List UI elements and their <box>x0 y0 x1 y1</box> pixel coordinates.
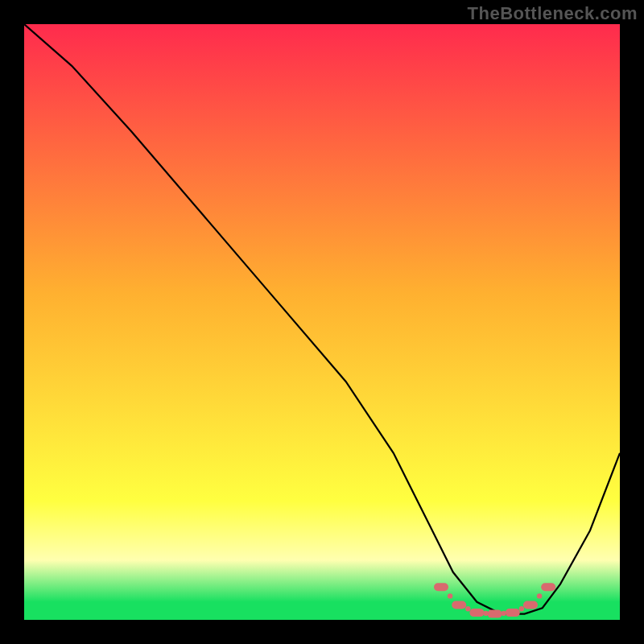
gradient-background <box>24 24 620 620</box>
watermark-text: TheBottleneck.com <box>468 3 638 24</box>
optimal-marker-dot <box>465 606 470 611</box>
plot-area <box>24 24 620 620</box>
bottleneck-chart <box>24 24 620 620</box>
optimal-marker <box>434 583 448 591</box>
optimal-marker-dot <box>519 606 524 611</box>
optimal-marker <box>452 601 466 609</box>
optimal-marker-dot <box>537 593 542 598</box>
optimal-marker-dot <box>502 611 506 616</box>
optimal-marker <box>469 609 484 617</box>
optimal-marker <box>488 610 502 618</box>
optimal-marker-dot <box>448 593 452 598</box>
optimal-marker-dot <box>483 611 488 616</box>
optimal-marker <box>506 609 520 617</box>
optimal-marker <box>523 601 538 609</box>
optimal-marker <box>541 583 555 591</box>
chart-frame: TheBottleneck.com <box>0 0 644 644</box>
